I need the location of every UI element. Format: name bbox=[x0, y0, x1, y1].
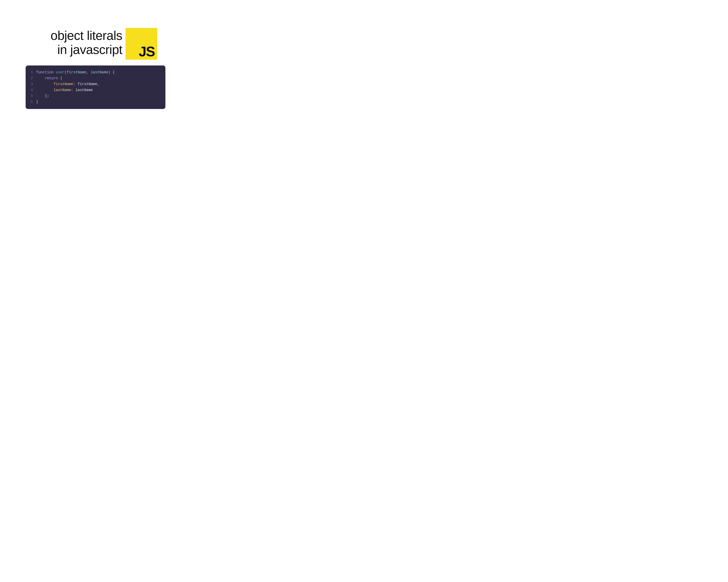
title-line-2: in javascript bbox=[57, 43, 122, 57]
code-line: 3 firstName: firstName, bbox=[29, 81, 161, 87]
code-content: function user(firstName, lastName) { bbox=[36, 70, 115, 76]
line-number: 5 bbox=[29, 93, 36, 99]
code-content: }; bbox=[36, 93, 49, 99]
line-number: 6 bbox=[29, 99, 36, 105]
code-content: } bbox=[36, 99, 38, 105]
line-number: 1 bbox=[29, 70, 36, 76]
code-line: 6} bbox=[29, 99, 161, 105]
code-line: 2 return { bbox=[29, 76, 161, 82]
code-line: 4 lastName: lastName bbox=[29, 87, 161, 93]
code-content: return { bbox=[36, 76, 62, 82]
line-number: 4 bbox=[29, 87, 36, 93]
title-line-1: object literals bbox=[51, 28, 122, 43]
line-number: 2 bbox=[29, 76, 36, 82]
code-block: 1function user(firstName, lastName) {2 r… bbox=[26, 65, 165, 109]
js-logo-text: JS bbox=[139, 45, 155, 58]
code-content: firstName: firstName, bbox=[36, 81, 100, 87]
code-content: lastName: lastName bbox=[36, 87, 93, 93]
code-line: 1function user(firstName, lastName) { bbox=[29, 70, 161, 76]
js-logo: JS bbox=[126, 28, 157, 60]
page-title: object literals in javascript bbox=[22, 28, 122, 57]
code-line: 5 }; bbox=[29, 93, 161, 99]
line-number: 3 bbox=[29, 81, 36, 87]
